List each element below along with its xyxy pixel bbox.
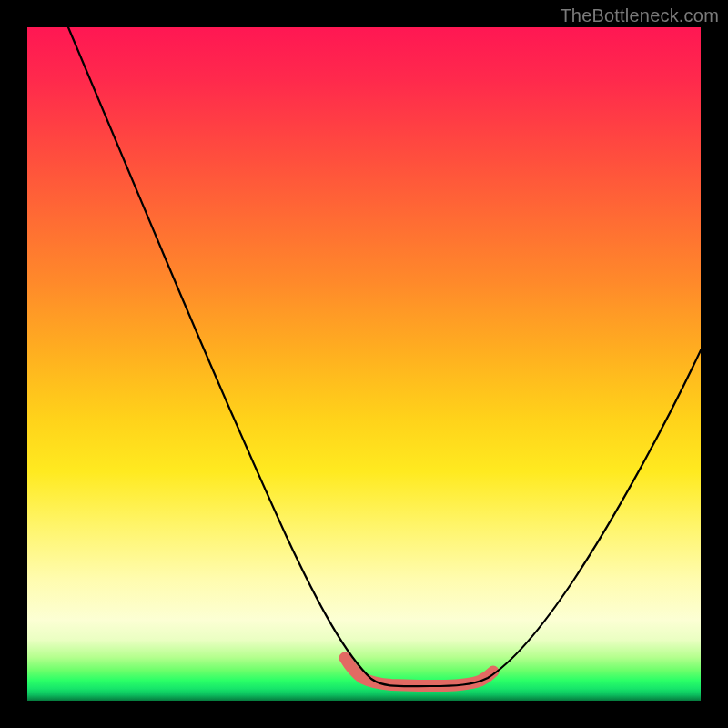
chart-stage: TheBottleneck.com	[0, 0, 728, 728]
watermark-text: TheBottleneck.com	[560, 5, 719, 26]
valley-highlight	[345, 658, 493, 686]
curve-layer	[27, 27, 701, 701]
plot-area	[27, 27, 701, 701]
bottleneck-curve	[68, 27, 701, 686]
